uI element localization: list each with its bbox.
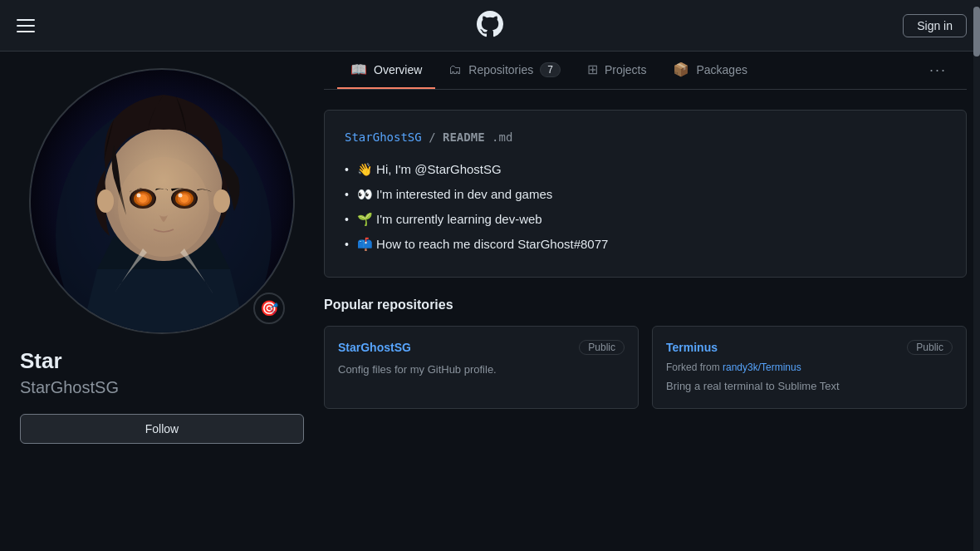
readme-card: StarGhostSG / README .md • 👋 Hi, I'm @St… (324, 110, 967, 278)
sidebar: 🎯 Star StarGhostSG Follow (0, 52, 324, 551)
forked-from-link[interactable]: randy3k/Terminus (723, 362, 801, 373)
user-display-name: Star (20, 347, 304, 375)
svg-point-18 (173, 189, 196, 209)
readme-item-text: 📫 How to reach me discord StarGhost#8077 (357, 232, 608, 257)
tab-repositories-label: Repositories (468, 63, 533, 76)
tab-packages-label: Packages (696, 63, 747, 76)
readme-list-item: • 👀 I'm interested in dev and games (345, 182, 946, 207)
repo-card-desc: Bring a real terminal to Sublime Text (666, 378, 953, 395)
achievement-badge: 🎯 (253, 293, 285, 324)
tabs-more-button[interactable]: ··· (923, 55, 953, 86)
readme-bullet: • (345, 233, 349, 256)
readme-list-item: • 📫 How to reach me discord StarGhost#80… (345, 232, 946, 257)
tab-projects[interactable]: ⊞ Projects (574, 52, 660, 89)
svg-point-17 (131, 189, 154, 209)
readme-bullet: • (345, 158, 349, 181)
user-login-name: StarGhostSG (20, 378, 304, 397)
tabs-list: 📖 Overview 🗂 Repositories 7 ⊞ Projects 📦… (337, 52, 761, 89)
popular-repos-section: Popular repositories StarGhostSG Public … (324, 298, 967, 409)
svg-point-4 (118, 157, 209, 257)
avatar-container: 🎯 (29, 68, 295, 334)
readme-separator: / (429, 130, 443, 144)
overview-icon: 📖 (350, 61, 367, 77)
readme-list-item: • 👋 Hi, I'm @StarGhostSG (345, 157, 946, 182)
repo-card: Terminus Public Forked from randy3k/Term… (652, 326, 967, 409)
readme-header: StarGhostSG / README .md (345, 130, 946, 144)
tab-projects-label: Projects (605, 63, 647, 76)
header: Sign in (0, 0, 980, 52)
repo-card-forked: Forked from randy3k/Terminus (666, 362, 953, 373)
content-area: 📖 Overview 🗂 Repositories 7 ⊞ Projects 📦… (324, 52, 980, 551)
tab-repositories[interactable]: 🗂 Repositories 7 (435, 52, 574, 89)
github-logo[interactable] (477, 11, 503, 40)
repositories-badge: 7 (540, 62, 561, 77)
readme-list: • 👋 Hi, I'm @StarGhostSG• 👀 I'm interest… (345, 157, 946, 257)
avatar (29, 68, 295, 334)
header-left (13, 16, 38, 36)
packages-icon: 📦 (673, 61, 689, 77)
readme-list-item: • 🌱 I'm currently learning dev-web (345, 207, 946, 232)
tab-overview[interactable]: 📖 Overview (337, 52, 435, 89)
repo-card-name[interactable]: StarGhostSG (338, 341, 411, 354)
repo-card-desc: Config files for my GitHub profile. (338, 362, 625, 378)
tab-overview-label: Overview (374, 63, 422, 76)
tabs-nav: 📖 Overview 🗂 Repositories 7 ⊞ Projects 📦… (324, 52, 967, 90)
svg-point-16 (213, 189, 230, 213)
readme-bullet: • (345, 183, 349, 206)
popular-repos-title: Popular repositories (324, 298, 967, 312)
repo-card-name[interactable]: Terminus (666, 341, 718, 354)
repo-card: StarGhostSG Public Config files for my G… (324, 326, 639, 409)
repositories-icon: 🗂 (448, 62, 462, 77)
hamburger-menu-button[interactable] (13, 16, 38, 36)
follow-button[interactable]: Follow (20, 414, 304, 444)
readme-item-text: 👀 I'm interested in dev and games (357, 182, 552, 207)
projects-icon: ⊞ (587, 61, 598, 77)
page-scrollbar-thumb[interactable] (973, 7, 980, 57)
repo-card-header: StarGhostSG Public (338, 340, 625, 355)
repos-grid: StarGhostSG Public Config files for my G… (324, 326, 967, 409)
readme-file-bold: README (443, 130, 485, 144)
tab-packages[interactable]: 📦 Packages (659, 52, 760, 89)
repo-card-badge: Public (907, 340, 953, 355)
readme-item-text: 👋 Hi, I'm @StarGhostSG (357, 157, 502, 182)
main-container: 🎯 Star StarGhostSG Follow 📖 Overview 🗂 R… (0, 52, 980, 551)
readme-bullet: • (345, 208, 349, 231)
readme-repo-name: StarGhostSG (345, 130, 422, 144)
readme-file-ext: .md (492, 130, 512, 144)
repo-card-badge: Public (579, 340, 625, 355)
page-scrollbar (973, 0, 980, 551)
sign-in-button[interactable]: Sign in (903, 14, 967, 37)
avatar-image (31, 70, 295, 334)
svg-point-15 (97, 189, 114, 213)
repo-card-header: Terminus Public (666, 340, 953, 355)
readme-item-text: 🌱 I'm currently learning dev-web (357, 207, 542, 232)
